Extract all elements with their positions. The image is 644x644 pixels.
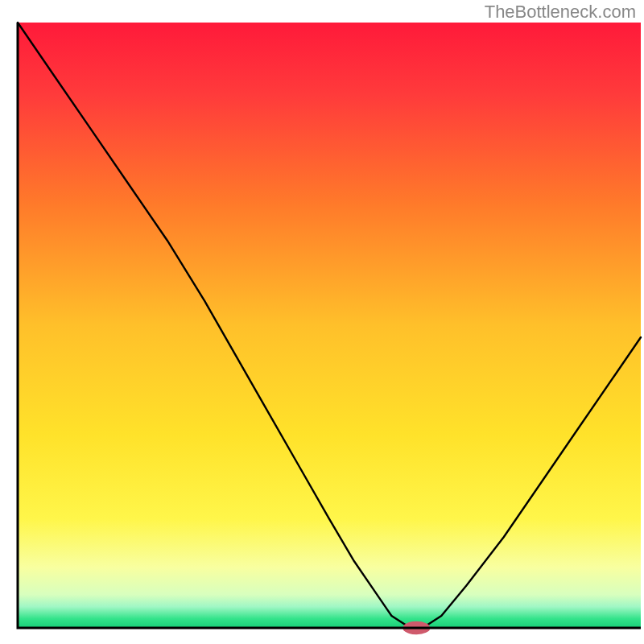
gradient-background (18, 23, 641, 628)
chart-root: { "watermark": "TheBottleneck.com", "cha… (0, 0, 644, 644)
bottleneck-chart (0, 0, 644, 644)
watermark-text: TheBottleneck.com (485, 2, 636, 23)
